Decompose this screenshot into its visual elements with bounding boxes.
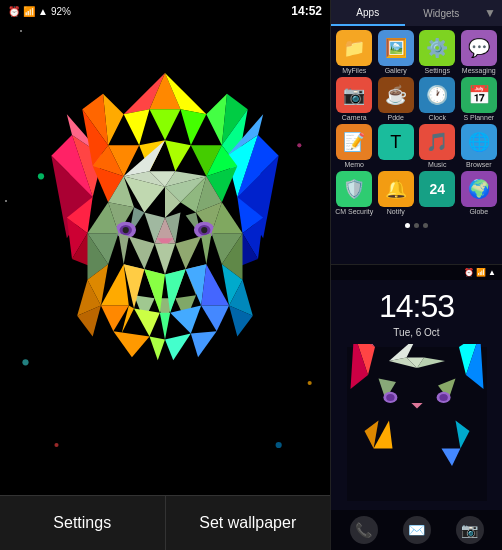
lock-status-bar: ⏰ 📶 ▲ xyxy=(331,265,502,280)
page-dot-1 xyxy=(405,223,410,228)
tab-widgets[interactable]: Widgets xyxy=(405,0,479,26)
svg-point-131 xyxy=(439,394,447,401)
gallery-icon: 🖼️ xyxy=(378,30,414,66)
status-bar-time: 14:52 xyxy=(291,4,322,18)
svg-point-105 xyxy=(308,380,312,384)
list-item[interactable]: 💬 Messaging xyxy=(460,30,499,74)
clock-icon: 🕐 xyxy=(419,77,455,113)
list-item[interactable]: 📷 Camera xyxy=(335,77,374,121)
list-item[interactable]: 📁 MyFiles xyxy=(335,30,374,74)
app-label: Messaging xyxy=(462,67,496,74)
lion-artwork xyxy=(10,49,320,469)
app-label: Gallery xyxy=(385,67,407,74)
home-screen-preview: Apps Widgets ▼ 📁 MyFiles 🖼️ Gallery ⚙️ S xyxy=(331,0,502,265)
list-item[interactable]: 🕐 Clock xyxy=(418,77,457,121)
list-item[interactable]: 🛡️ CM Security xyxy=(335,171,374,215)
svg-point-129 xyxy=(386,394,394,401)
app-label: Pdde xyxy=(388,114,404,121)
list-item[interactable]: 📝 Memo xyxy=(335,124,374,168)
camera-lock-icon[interactable]: 📷 xyxy=(456,516,484,544)
svg-point-103 xyxy=(297,143,301,147)
app-label: S Planner xyxy=(463,114,494,121)
home-screen-tabs: Apps Widgets ▼ xyxy=(331,0,502,26)
svg-point-106 xyxy=(54,442,58,446)
battery-text: 92% xyxy=(51,6,71,17)
main-container: ⏰ 📶 ▲ 92% 14:52 xyxy=(0,0,502,550)
lock-lion-preview xyxy=(331,338,502,510)
lock-alarm-icon: ⏰ xyxy=(464,268,474,277)
app-label: Camera xyxy=(342,114,367,121)
left-panel: ⏰ 📶 ▲ 92% 14:52 xyxy=(0,0,330,550)
set-wallpaper-button[interactable]: Set wallpaper xyxy=(166,496,331,550)
svg-point-107 xyxy=(276,441,282,447)
svg-point-102 xyxy=(38,173,44,179)
svg-point-51 xyxy=(123,226,129,232)
app-label: Globe xyxy=(469,208,488,215)
lock-screen-preview: ⏰ 📶 ▲ 14:53 Tue, 6 Oct xyxy=(331,265,502,550)
lock-wifi-icon: 📶 xyxy=(476,268,486,277)
list-item[interactable]: T xyxy=(377,124,416,168)
list-item[interactable]: ☕ Pdde xyxy=(377,77,416,121)
lion-art-area xyxy=(0,0,330,495)
svg-point-104 xyxy=(22,359,28,365)
bottom-buttons: Settings Set wallpaper xyxy=(0,495,330,550)
app-label: MyFiles xyxy=(342,67,366,74)
settings-icon: ⚙️ xyxy=(419,30,455,66)
app-label: Memo xyxy=(345,161,364,168)
number-icon: 24 xyxy=(419,171,455,207)
app-label: Music xyxy=(428,161,446,168)
list-item[interactable]: 24 xyxy=(418,171,457,215)
tab-arrow[interactable]: ▼ xyxy=(478,0,502,26)
lock-screen-date: Tue, 6 Oct xyxy=(331,327,502,338)
app-label: Browser xyxy=(466,161,492,168)
list-item[interactable]: 🔔 Notify xyxy=(377,171,416,215)
tab-apps[interactable]: Apps xyxy=(331,0,405,26)
status-bar-left-icons: ⏰ 📶 ▲ 92% xyxy=(8,6,71,17)
list-item[interactable]: 🌐 Browser xyxy=(460,124,499,168)
right-panel: Apps Widgets ▼ 📁 MyFiles 🖼️ Gallery ⚙️ S xyxy=(330,0,502,550)
page-indicators xyxy=(331,223,502,228)
camera-icon: 📷 xyxy=(336,77,372,113)
splanner-icon: 📅 xyxy=(461,77,497,113)
browser-icon: 🌐 xyxy=(461,124,497,160)
notify-icon: 🔔 xyxy=(378,171,414,207)
app-label: Clock xyxy=(428,114,446,121)
app-label: Notify xyxy=(387,208,405,215)
page-dot-2 xyxy=(414,223,419,228)
text-icon: T xyxy=(378,124,414,160)
settings-button[interactable]: Settings xyxy=(0,496,166,550)
messaging-icon: 💬 xyxy=(461,30,497,66)
lock-bottom-bar: 📞 ✉️ 📷 xyxy=(331,510,502,550)
coffee-icon: ☕ xyxy=(378,77,414,113)
security-icon: 🛡️ xyxy=(336,171,372,207)
alarm-icon: ⏰ xyxy=(8,6,20,17)
app-label: Settings xyxy=(425,67,450,74)
lock-signal-icon: ▲ xyxy=(488,268,496,277)
list-item[interactable]: 🌍 Globe xyxy=(460,171,499,215)
email-icon[interactable]: ✉️ xyxy=(403,516,431,544)
list-item[interactable]: 🖼️ Gallery xyxy=(377,30,416,74)
svg-point-56 xyxy=(201,226,207,232)
status-bar: ⏰ 📶 ▲ 92% 14:52 xyxy=(0,0,330,22)
globe-icon: 🌍 xyxy=(461,171,497,207)
page-dot-3 xyxy=(423,223,428,228)
list-item[interactable]: ⚙️ Settings xyxy=(418,30,457,74)
music-icon: 🎵 xyxy=(419,124,455,160)
memo-icon: 📝 xyxy=(336,124,372,160)
app-grid: 📁 MyFiles 🖼️ Gallery ⚙️ Settings 💬 Messa… xyxy=(331,26,502,219)
list-item[interactable]: 📅 S Planner xyxy=(460,77,499,121)
lock-screen-time: 14:53 xyxy=(331,288,502,325)
list-item[interactable]: 🎵 Music xyxy=(418,124,457,168)
signal-icon: ▲ xyxy=(38,6,48,17)
myfiles-icon: 📁 xyxy=(336,30,372,66)
app-label: CM Security xyxy=(335,208,373,215)
phone-icon[interactable]: 📞 xyxy=(350,516,378,544)
wifi-icon: 📶 xyxy=(23,6,35,17)
